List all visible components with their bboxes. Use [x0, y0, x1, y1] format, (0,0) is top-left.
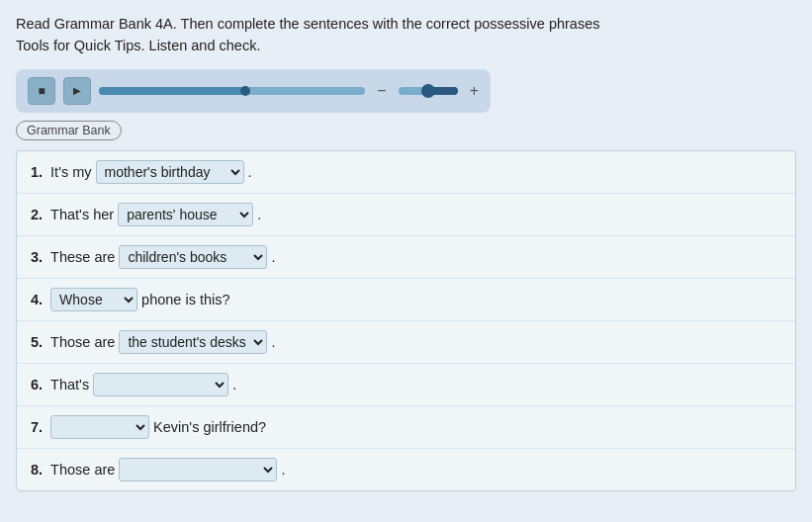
exercise-item-7: 7. Whose Who's Kevin's girlfriend?: [17, 406, 795, 449]
volume-bar[interactable]: [399, 87, 458, 95]
item2-period: .: [257, 207, 261, 222]
volume-thumb: [421, 84, 435, 98]
item6-dropdown[interactable]: mother's birthday parents' house: [93, 373, 228, 396]
item7-dropdown[interactable]: Whose Who's: [50, 415, 149, 439]
play-button[interactable]: ▶: [63, 77, 91, 105]
item4-dropdown[interactable]: Whose Who's Whose is: [50, 288, 137, 311]
exercise-item-6: 6. That's mother's birthday parents' hou…: [17, 364, 795, 406]
item-num-5: 5.: [31, 334, 43, 350]
progress-fill: [99, 87, 245, 95]
exercise-container: 1. It's my mother's birthday parents' ho…: [16, 150, 796, 491]
item5-dropdown[interactable]: the student's desks children's books par…: [119, 330, 267, 354]
item6-text1: That's: [50, 377, 89, 392]
item5-period: .: [271, 334, 275, 350]
volume-plus-button[interactable]: +: [470, 82, 479, 100]
exercise-item-5: 5. Those are the student's desks childre…: [17, 321, 795, 364]
item1-period: .: [248, 164, 252, 180]
instructions: Read Grammar Bank 4A. Then complete the …: [16, 14, 796, 57]
progress-thumb: [240, 86, 250, 96]
audio-player: ■ ▶ − +: [16, 69, 491, 113]
item7-text1: Kevin's girlfriend?: [153, 419, 266, 435]
exercise-item-4: 4. Whose Who's Whose is phone is this?: [17, 279, 795, 321]
item-num-7: 7.: [31, 419, 43, 435]
item3-dropdown[interactable]: children's books parents' house the stud…: [119, 245, 267, 269]
item2-text1: That's her: [50, 207, 114, 222]
exercise-item-3: 3. These are children's books parents' h…: [17, 236, 795, 279]
item1-dropdown[interactable]: mother's birthday parents' house childre…: [96, 160, 244, 184]
exercise-item-8: 8. Those are the student's desks childre…: [17, 449, 795, 490]
item6-period: .: [232, 377, 236, 392]
volume-minus-button[interactable]: −: [377, 82, 386, 100]
item8-text1: Those are: [50, 462, 115, 478]
item3-period: .: [271, 249, 275, 265]
item5-text1: Those are: [50, 334, 115, 350]
item-num-3: 3.: [31, 249, 43, 265]
item2-dropdown[interactable]: parents' house mother's birthday childre…: [118, 203, 253, 226]
item-num-4: 4.: [31, 292, 43, 307]
progress-bar[interactable]: [99, 87, 365, 95]
item4-text1: phone is this?: [141, 292, 229, 307]
item-num-2: 2.: [31, 207, 43, 222]
item8-dropdown[interactable]: the student's desks children's books: [119, 458, 277, 481]
item-num-6: 6.: [31, 377, 43, 392]
exercise-item-1: 1. It's my mother's birthday parents' ho…: [17, 151, 795, 194]
grammar-bank-tag[interactable]: Grammar Bank: [16, 121, 122, 140]
item8-period: .: [281, 462, 285, 478]
item1-text1: It's my: [50, 164, 91, 180]
item-num-1: 1.: [31, 164, 43, 180]
instruction-text: Read Grammar Bank 4A. Then complete the …: [16, 14, 796, 57]
exercise-item-2: 2. That's her parents' house mother's bi…: [17, 194, 795, 236]
stop-button[interactable]: ■: [28, 77, 55, 105]
item-num-8: 8.: [31, 462, 43, 478]
item3-text1: These are: [50, 249, 115, 265]
